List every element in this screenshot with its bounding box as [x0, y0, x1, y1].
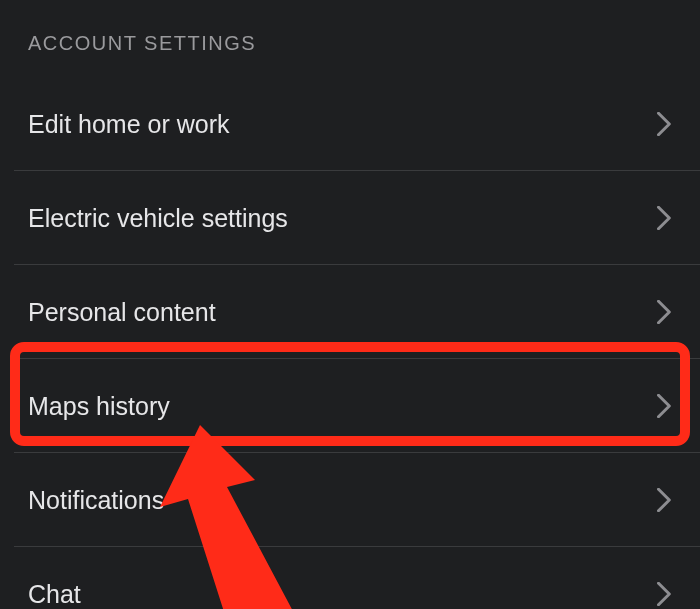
row-label: Notifications: [28, 486, 164, 515]
row-label: Personal content: [28, 298, 216, 327]
row-electric-vehicle-settings[interactable]: Electric vehicle settings: [0, 171, 700, 265]
row-notifications[interactable]: Notifications: [0, 453, 700, 547]
chevron-right-icon: [657, 488, 672, 512]
row-label: Maps history: [28, 392, 170, 421]
row-label: Chat: [28, 580, 81, 609]
chevron-right-icon: [657, 394, 672, 418]
chevron-right-icon: [657, 112, 672, 136]
chevron-right-icon: [657, 582, 672, 606]
row-maps-history[interactable]: Maps history: [0, 359, 700, 453]
settings-list: Edit home or work Electric vehicle setti…: [0, 77, 700, 609]
row-label: Edit home or work: [28, 110, 229, 139]
row-label: Electric vehicle settings: [28, 204, 288, 233]
row-chat[interactable]: Chat: [0, 547, 700, 609]
chevron-right-icon: [657, 300, 672, 324]
row-edit-home-or-work[interactable]: Edit home or work: [0, 77, 700, 171]
row-personal-content[interactable]: Personal content: [0, 265, 700, 359]
section-header-account-settings: ACCOUNT SETTINGS: [0, 0, 700, 55]
chevron-right-icon: [657, 206, 672, 230]
